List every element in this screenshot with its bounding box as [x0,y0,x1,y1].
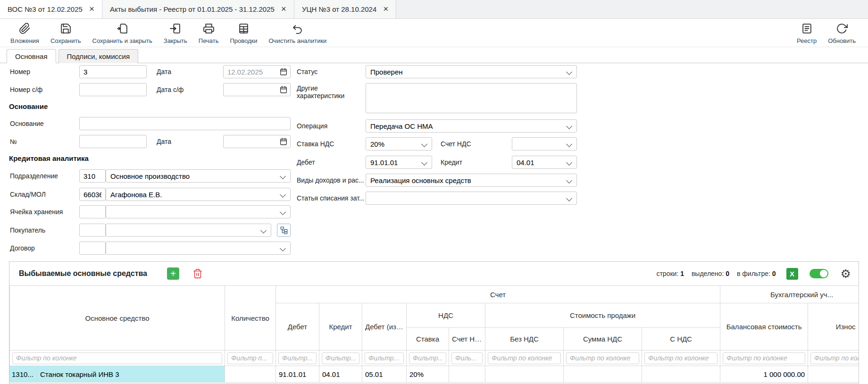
operation-select[interactable]: Передача ОС НМА [366,119,577,133]
doc-tab-label: Акты выбытия - Реестр от 01.01.2025 - 31… [110,5,275,13]
close-icon[interactable]: × [89,4,94,13]
doc-tab-ucn[interactable]: УЦН №3 от 28.10.2024 × [294,0,396,18]
cell-credit[interactable]: 04.01 [319,366,362,383]
department-code-input[interactable] [79,169,106,183]
filter-book-value-input[interactable] [723,352,805,364]
toolbar-button-label: Печать [199,37,219,44]
col-header-quantity[interactable]: Количество [225,286,276,351]
number-label: Номер [10,68,79,75]
storage-cell-code-input[interactable] [79,205,106,218]
vat-account-select[interactable] [512,137,577,150]
cell-book-value[interactable]: 1 000 000.00 [720,366,808,383]
disposed-assets-grid-section: Выбываемые основные средства + строки: 1… [9,261,859,384]
contract-select[interactable] [106,242,291,255]
col-header-with-vat[interactable]: С НДС [642,328,720,351]
other-characteristics-textarea[interactable] [366,83,577,113]
grid-title: Выбываемые основные средства [19,269,147,278]
writeoff-item-label: Статья списания зат... [297,194,366,202]
filter-rate-input[interactable] [409,352,446,364]
save-button[interactable]: Сохранить [45,21,87,46]
number-input[interactable] [79,65,147,78]
col-header-credit[interactable]: Кредит [319,303,362,351]
col-header-rate[interactable]: Ставка [407,328,449,351]
warehouse-select[interactable]: Агафонова Е.В. [106,188,291,201]
invoice-date-field [223,83,291,96]
filter-debit-input[interactable] [278,352,317,364]
credit-analytics-section-header: Кредитовая аналитика [9,154,89,162]
toolbar-button-label: Реестр [797,37,817,44]
filter-asset-input[interactable] [12,352,222,364]
contract-code-input[interactable] [79,242,106,255]
basis-number-input[interactable] [79,135,147,148]
cell-rate[interactable]: 20% [407,366,449,383]
doc-tab-registry[interactable]: Акты выбытия - Реестр от 01.01.2025 - 31… [102,0,294,18]
col-header-book-value[interactable]: Балансовая стоимость [720,303,808,351]
warehouse-code-input[interactable] [79,188,106,201]
cell-without-vat[interactable] [485,366,564,383]
col-header-wear[interactable]: Износ [808,303,859,351]
cell-code[interactable]: 1310... [10,366,37,383]
col-header-without-vat[interactable]: Без НДС [485,328,564,351]
cell-vat-account[interactable] [449,366,485,383]
add-row-button[interactable]: + [167,267,179,280]
col-group-vat: НДС [407,303,485,328]
filter-quantity-input[interactable] [227,352,273,364]
filter-toggle-switch[interactable] [810,269,828,278]
buyer-select[interactable] [106,224,271,237]
cell-debit-wear[interactable]: 05.01 [362,366,407,383]
save-and-close-button[interactable]: Сохранить и закрыть [87,21,158,46]
cell-vat-amount[interactable] [564,366,642,383]
calendar-icon[interactable] [279,85,288,94]
filter-vat-account-input[interactable] [451,352,483,364]
col-header-vat-account[interactable]: Счет НДС [449,328,485,351]
grid-row[interactable]: 1310... Станок токарный ИНВ 3 91.01.01 0… [10,366,860,383]
storage-cell-select[interactable] [106,205,291,218]
attachments-button[interactable]: Вложения [5,21,45,46]
excel-export-button[interactable]: X [786,268,798,280]
department-select[interactable]: Основное производство [106,169,291,183]
basis-date-label: Дата [147,138,223,145]
registry-button[interactable]: Реестр [791,21,822,46]
save-icon [60,23,72,36]
close-icon[interactable]: × [281,4,286,13]
calendar-icon[interactable] [279,137,288,146]
status-select[interactable]: Проверен [366,65,577,78]
invoice-number-input[interactable] [79,83,147,96]
print-button[interactable]: Печать [193,21,225,46]
col-header-vat-amount[interactable]: Сумма НДС [564,328,642,351]
cell-asset[interactable]: Станок токарный ИНВ 3 [37,366,225,383]
plus-icon: + [170,268,176,279]
basis-input[interactable] [79,117,291,130]
clear-analytics-button[interactable]: Очистить аналитики [263,21,333,46]
col-header-asset[interactable]: Основное средство [10,286,225,351]
filter-wear-input[interactable] [810,352,859,364]
vat-rate-select[interactable]: 20% [366,137,432,150]
credit-select[interactable]: 04.01 [512,156,577,169]
cell-with-vat[interactable] [642,366,720,383]
col-header-debit[interactable]: Дебет [276,303,319,351]
tab-main[interactable]: Основная [7,49,56,63]
buyer-tree-select-button[interactable] [277,224,291,237]
settings-gear-icon[interactable]: ⚙ [841,268,851,280]
calendar-icon[interactable] [279,67,288,76]
tab-signatures-commission[interactable]: Подписи, комиссия [58,49,139,63]
postings-button[interactable]: Проводки [224,21,263,46]
filter-vat-amount-input[interactable] [566,352,639,364]
filter-with-vat-input[interactable] [644,352,718,364]
filter-debit-wear-input[interactable] [365,352,404,364]
close-icon[interactable]: × [383,4,388,13]
refresh-button[interactable]: Обновить [822,21,861,46]
col-header-debit-wear[interactable]: Дебет (износ) [362,303,407,351]
cell-wear[interactable] [808,366,859,383]
cell-debit[interactable]: 91.01.01 [276,366,319,383]
debit-select[interactable]: 91.01.01 [366,156,432,169]
writeoff-item-select[interactable] [366,192,577,205]
delete-row-button[interactable] [192,267,204,280]
filter-credit-input[interactable] [322,352,359,364]
filter-without-vat-input[interactable] [488,352,561,364]
doc-tab-vos[interactable]: ВОС №3 от 12.02.2025 × [0,0,102,18]
cell-quantity[interactable] [225,366,276,383]
close-document-button[interactable]: Закрыть [158,21,193,46]
income-types-select[interactable]: Реализация основных средств [366,174,577,187]
buyer-code-input[interactable] [79,224,106,237]
